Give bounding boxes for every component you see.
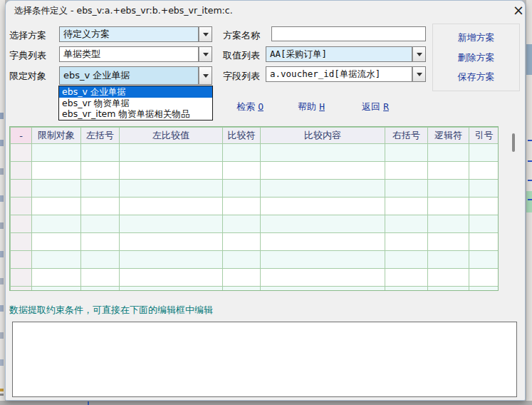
grid-cell[interactable]	[32, 144, 81, 162]
grid-cell[interactable]	[32, 162, 81, 180]
chevron-down-icon[interactable]	[199, 46, 212, 62]
grid-cell[interactable]	[428, 198, 469, 215]
grid-cell[interactable]	[428, 144, 469, 162]
grid-cell[interactable]	[223, 198, 261, 215]
grid-scrollbar-thumb[interactable]	[512, 133, 515, 152]
delete-scheme-button[interactable]: 删除方案	[458, 51, 495, 64]
grid-cell[interactable]	[385, 162, 428, 180]
grid-cell[interactable]	[385, 287, 428, 292]
grid-cell[interactable]	[261, 287, 385, 292]
grid-cell[interactable]	[120, 287, 223, 292]
grid-cell[interactable]	[469, 287, 499, 292]
scheme-name-input[interactable]	[271, 26, 426, 41]
select-scheme-combobox[interactable]: 待定义方案	[59, 26, 212, 42]
grid-cell[interactable]	[428, 180, 469, 198]
grid-cell[interactable]	[261, 251, 385, 269]
field-list-value[interactable]: a.voucher_id[单据流水]	[266, 66, 412, 82]
help-button[interactable]: 帮助 H	[298, 101, 325, 113]
dropdown-option[interactable]: ebs_vr_item 物资单据相关物品	[59, 108, 212, 120]
grid-cell[interactable]	[469, 251, 499, 269]
grid-cell[interactable]	[385, 180, 428, 198]
grid-cell[interactable]	[32, 198, 81, 215]
grid-cell[interactable]	[223, 233, 261, 251]
grid-cell[interactable]	[32, 287, 81, 292]
grid-cell[interactable]	[32, 251, 81, 269]
grid-cell[interactable]	[223, 287, 261, 292]
grid-cell[interactable]	[120, 269, 223, 287]
grid-cell[interactable]	[261, 144, 385, 162]
grid-cell[interactable]	[81, 233, 120, 251]
grid-cell[interactable]	[469, 180, 499, 198]
grid-cell[interactable]	[81, 269, 120, 287]
grid-cell[interactable]	[469, 198, 499, 215]
chevron-down-icon[interactable]	[199, 66, 212, 85]
grid-row-selector[interactable]	[11, 198, 32, 215]
grid-cell[interactable]	[428, 162, 469, 180]
search-button[interactable]: 检索 O	[236, 101, 264, 113]
value-list-value[interactable]: AA[采购订单]	[266, 46, 412, 62]
grid-row-selector[interactable]	[11, 144, 32, 162]
grid-cell[interactable]	[223, 144, 261, 162]
constraint-editor[interactable]	[12, 322, 517, 397]
dict-list-combobox[interactable]: 单据类型	[59, 46, 212, 62]
grid-cell[interactable]	[428, 287, 469, 292]
condition-grid[interactable]: -限制对象左括号左比较值比较符比较内容右括号逻辑符引号	[9, 126, 499, 291]
grid-cell[interactable]	[32, 233, 81, 251]
grid-row-selector[interactable]	[11, 233, 32, 251]
grid-cell[interactable]	[120, 198, 223, 215]
grid-row-selector[interactable]	[11, 287, 32, 292]
grid-cell[interactable]	[120, 251, 223, 269]
dropdown-option[interactable]: ebs_vr 物资单据	[59, 98, 212, 109]
grid-cell[interactable]	[120, 233, 223, 251]
grid-cell[interactable]	[385, 198, 428, 215]
grid-cell[interactable]	[385, 144, 428, 162]
grid-cell[interactable]	[32, 180, 81, 198]
grid-cell[interactable]	[32, 215, 81, 233]
add-scheme-button[interactable]: 新增方案	[458, 31, 495, 44]
grid-cell[interactable]	[81, 180, 120, 198]
close-icon[interactable]: ×	[508, 1, 528, 19]
grid-cell[interactable]	[120, 144, 223, 162]
grid-cell[interactable]	[223, 162, 261, 180]
grid-row-selector[interactable]	[11, 180, 32, 198]
grid-cell[interactable]	[428, 269, 469, 287]
save-scheme-button[interactable]: 保存方案	[458, 71, 495, 83]
limit-object-value[interactable]: ebs_v 企业单据	[59, 66, 199, 85]
grid-cell[interactable]	[261, 269, 385, 287]
grid-cell[interactable]	[469, 233, 499, 251]
grid-cell[interactable]	[223, 269, 261, 287]
chevron-down-icon[interactable]	[199, 26, 212, 42]
limit-object-combobox[interactable]: ebs_v 企业单据	[59, 66, 212, 85]
grid-cell[interactable]	[261, 162, 385, 180]
grid-cell[interactable]	[81, 144, 120, 162]
value-list-combobox[interactable]: AA[采购订单]	[266, 46, 426, 62]
back-button[interactable]: 返回 R	[362, 101, 389, 113]
grid-cell[interactable]	[120, 162, 223, 180]
grid-cell[interactable]	[261, 180, 385, 198]
grid-cell[interactable]	[81, 162, 120, 180]
grid-cell[interactable]	[261, 198, 385, 215]
grid-cell[interactable]	[469, 144, 499, 162]
grid-cell[interactable]	[428, 233, 469, 251]
chevron-down-icon[interactable]	[412, 46, 426, 62]
grid-cell[interactable]	[261, 233, 385, 251]
grid-cell[interactable]	[120, 215, 223, 233]
grid-cell[interactable]	[469, 269, 499, 287]
grid-cell[interactable]	[428, 251, 469, 269]
grid-cell[interactable]	[81, 215, 120, 233]
grid-cell[interactable]	[261, 215, 385, 233]
grid-cell[interactable]	[223, 215, 261, 233]
dropdown-option[interactable]: ebs_v 企业单据	[59, 86, 212, 98]
grid-cell[interactable]	[120, 180, 223, 198]
grid-row-selector[interactable]	[11, 269, 32, 287]
grid-cell[interactable]	[385, 233, 428, 251]
grid-cell[interactable]	[385, 251, 428, 269]
select-scheme-value[interactable]: 待定义方案	[59, 26, 199, 42]
grid-cell[interactable]	[469, 162, 499, 180]
grid-cell[interactable]	[385, 269, 428, 287]
grid-cell[interactable]	[81, 198, 120, 215]
chevron-down-icon[interactable]	[412, 66, 426, 82]
grid-cell[interactable]	[81, 251, 120, 269]
field-list-combobox[interactable]: a.voucher_id[单据流水]	[266, 66, 426, 82]
grid-cell[interactable]	[81, 287, 120, 292]
